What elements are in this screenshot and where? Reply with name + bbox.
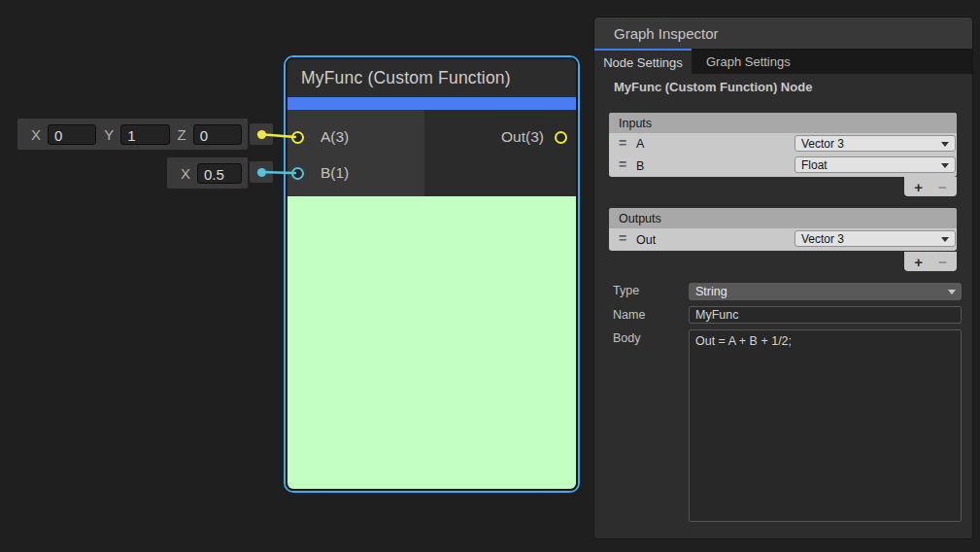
name-label: Name [613, 308, 645, 322]
drag-handle-icon[interactable]: = [619, 156, 626, 172]
output-row-out[interactable]: = Out Vector 3 [609, 228, 957, 251]
graph-inspector-title: Graph Inspector [614, 25, 719, 42]
add-output-button[interactable]: + [914, 255, 923, 269]
port-out-label: Out(3) [501, 128, 544, 146]
z-field-label: Z [178, 126, 186, 143]
type-label: Type [613, 284, 639, 297]
inspector-content: MyFunc (Custom Function) Node Inputs = A… [594, 74, 972, 538]
inputs-list-footer: + − [904, 177, 957, 196]
z-field-value[interactable]: 0 [193, 124, 242, 145]
input-b-type-dropdown[interactable]: Float [794, 156, 956, 173]
input-b-type-value: Float [801, 158, 828, 172]
chevron-down-icon [948, 290, 956, 294]
input-row-b[interactable]: = B Float [609, 155, 957, 177]
inspector-tab-bar: Node Settings Graph Settings [594, 49, 972, 74]
name-input[interactable] [689, 306, 962, 324]
port-b-label: B(1) [321, 164, 349, 182]
add-input-button[interactable]: + [914, 180, 923, 194]
drag-handle-icon[interactable]: = [619, 135, 626, 151]
body-textarea[interactable]: Out = A + B + 1/2; [689, 329, 962, 522]
vector3-widget-connector [250, 123, 273, 145]
y-field-value[interactable]: 1 [120, 124, 169, 145]
chevron-down-icon [941, 237, 949, 242]
type-value: String [695, 285, 727, 298]
port-row-out: Out(3) [501, 124, 567, 150]
port-b-icon[interactable] [291, 167, 304, 180]
input-a-type-dropdown[interactable]: Vector 3 [794, 135, 956, 152]
float-input-widget: X 0.5 [167, 157, 248, 189]
port-row-b: B(1) [291, 160, 349, 186]
output-out-type-value: Vector 3 [801, 232, 844, 246]
port-row-a: A(3) [291, 124, 349, 150]
tab-node-settings[interactable]: Node Settings [594, 49, 692, 74]
y-field-label: Y [104, 126, 114, 143]
output-out-name: Out [636, 233, 656, 247]
port-a-label: A(3) [321, 128, 349, 146]
node-ports-area: A(3) B(1) Out(3) [287, 110, 576, 196]
node-body: MyFunc (Custom Function) A(3) B(1) Out(3… [286, 57, 578, 491]
node-title-accent-bar [287, 97, 576, 110]
node-title[interactable]: MyFunc (Custom Function) [287, 59, 576, 97]
inputs-section: Inputs = A Vector 3 = B Float [609, 113, 957, 177]
x-field-label: X [31, 126, 41, 143]
x-field-value[interactable]: 0.5 [197, 163, 242, 184]
port-out-icon[interactable] [555, 131, 567, 144]
output-out-type-dropdown[interactable]: Vector 3 [794, 230, 956, 247]
node-preview[interactable] [287, 196, 576, 489]
graph-inspector-panel: Graph Inspector Node Settings Graph Sett… [594, 17, 972, 538]
body-label: Body [613, 331, 641, 345]
remove-output-button[interactable]: − [938, 255, 947, 269]
inspected-node-label: MyFunc (Custom Function) Node [614, 80, 812, 94]
outputs-section-title: Outputs [609, 208, 957, 228]
chevron-down-icon [941, 142, 949, 147]
graph-inspector-header[interactable]: Graph Inspector [594, 17, 972, 49]
custom-function-node[interactable]: MyFunc (Custom Function) A(3) B(1) Out(3… [284, 55, 580, 493]
outputs-section: Outputs = Out Vector 3 [609, 208, 957, 251]
input-a-name: A [636, 137, 644, 151]
chevron-down-icon [941, 163, 949, 168]
x-field-value[interactable]: 0 [48, 124, 96, 145]
port-a-icon[interactable] [291, 131, 304, 144]
tab-graph-settings[interactable]: Graph Settings [692, 49, 805, 74]
outputs-list-footer: + − [904, 252, 957, 271]
drag-handle-icon[interactable]: = [619, 230, 626, 246]
input-b-name: B [636, 159, 644, 173]
shader-graph-window: X 0 Y 1 Z 0 X 0.5 MyFunc (Custom Functio… [0, 0, 980, 552]
x-field-label: X [181, 165, 190, 182]
type-dropdown[interactable]: String [689, 283, 962, 300]
vector3-connector-dot-icon [257, 130, 266, 139]
input-a-type-value: Vector 3 [801, 137, 844, 151]
inputs-section-title: Inputs [609, 113, 957, 133]
vector3-input-widget: X 0 Y 1 Z 0 [17, 119, 248, 150]
float-widget-connector [250, 161, 273, 183]
input-row-a[interactable]: = A Vector 3 [609, 133, 957, 155]
remove-input-button[interactable]: − [938, 180, 947, 194]
float-connector-dot-icon [257, 168, 266, 177]
